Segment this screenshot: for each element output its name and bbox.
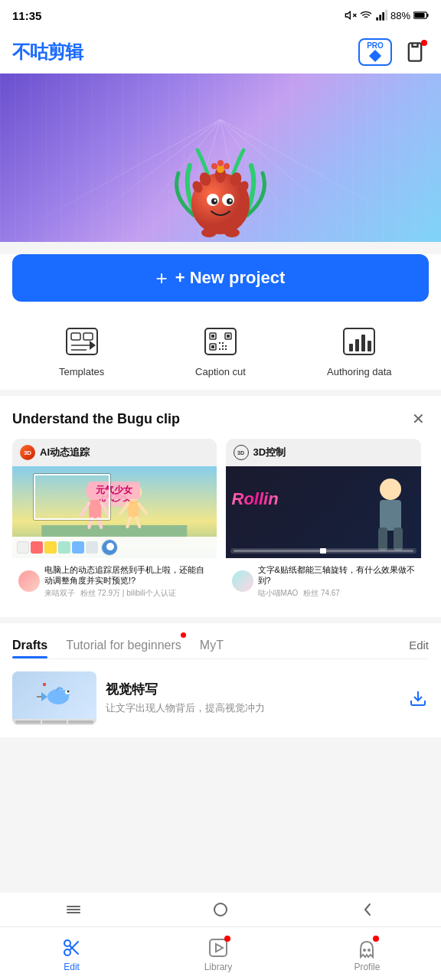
- hero-character: [175, 119, 266, 242]
- nav-edit-label: Edit: [64, 962, 80, 972]
- status-bar: 11:35 88%: [0, 0, 441, 31]
- tabs-edit-button[interactable]: Edit: [409, 639, 429, 652]
- svg-point-29: [214, 200, 217, 202]
- card-author-name-ai: 来咭双子: [44, 589, 75, 597]
- draft-download-button[interactable]: [407, 688, 429, 709]
- draft-item[interactable]: 视觉特写 让文字出现人物背后，提高视觉冲力: [12, 659, 429, 737]
- tabs-section: Drafts Tutorial for beginners MyT Edit: [0, 623, 441, 737]
- status-time: 11:35: [12, 9, 41, 22]
- svg-rect-61: [368, 341, 371, 351]
- svg-point-30: [230, 200, 232, 202]
- feature-card-3d[interactable]: 3D 3D控制 Rollin: [226, 439, 422, 605]
- svg-rect-53: [225, 345, 227, 347]
- svg-point-35: [224, 163, 230, 169]
- action-templates[interactable]: Templates: [12, 323, 151, 377]
- bottom-nav: Edit Library Profile: [0, 926, 441, 980]
- svg-rect-91: [214, 903, 227, 916]
- swatch-gray: [86, 541, 98, 554]
- draft-thumb-top: [12, 671, 96, 719]
- swatch-yellow: [44, 541, 57, 554]
- svg-rect-7: [414, 13, 424, 18]
- svg-rect-51: [222, 342, 224, 344]
- new-project-button[interactable]: + + New project: [12, 254, 429, 302]
- svg-point-31: [201, 228, 217, 237]
- draft-info: 视觉特写 让文字出现人物背后，提高视觉冲力: [106, 681, 398, 715]
- feature-card-ai[interactable]: 3D AI动态追踪: [12, 439, 217, 605]
- new-project-label: + New project: [175, 268, 286, 288]
- nav-profile-label: Profile: [354, 962, 380, 972]
- svg-line-94: [70, 946, 78, 954]
- svg-rect-62: [41, 525, 187, 537]
- card-tag-icon-3d: 3D: [234, 445, 249, 460]
- content-wrapper: + + New project Templates: [0, 74, 441, 829]
- svg-rect-54: [219, 348, 220, 350]
- action-authoring-data[interactable]: Authoring data: [290, 323, 429, 377]
- caption-cut-icon-box: [199, 323, 242, 360]
- draft-thumbnail-inner: [12, 671, 96, 725]
- svg-rect-4: [382, 12, 384, 21]
- svg-rect-59: [355, 339, 359, 351]
- draft-line-3: [68, 720, 93, 724]
- nav-profile[interactable]: Profile: [354, 937, 380, 972]
- nav-edit[interactable]: Edit: [61, 937, 83, 972]
- tab-myt[interactable]: MyT: [200, 632, 224, 658]
- home-icon: [212, 901, 229, 918]
- feature-cards-row: 3D AI动态追踪: [12, 439, 429, 605]
- authoring-data-icon: [342, 327, 376, 356]
- svg-rect-39: [83, 333, 93, 340]
- card-text-ai: 电脑上的动态追踪居然到手机上啦，还能自动调整角度并实时预览!? 来咭双子 粉丝 …: [44, 564, 211, 599]
- battery-text: 88%: [390, 10, 410, 21]
- draft-title: 视觉特写: [106, 681, 398, 698]
- tab-tutorial-label: Tutorial for beginners: [66, 639, 181, 652]
- draft-thumbnail: [12, 671, 96, 725]
- card-image-3d: Rollin: [226, 466, 422, 558]
- card-info-3d: 文字&贴纸都能三轴旋转，有什么效果做不到? 哒小喵MAO 粉丝 74.67: [226, 558, 422, 605]
- close-button[interactable]: ✕: [407, 408, 429, 430]
- svg-rect-70: [128, 501, 139, 518]
- signal-icon: [375, 9, 387, 21]
- svg-rect-37: [67, 328, 97, 354]
- tab-tutorial[interactable]: Tutorial for beginners: [66, 632, 181, 658]
- templates-icon: [65, 327, 99, 356]
- tabs-edit-label: Edit: [409, 639, 429, 652]
- understand-title: Understand the Bugu clip: [12, 411, 180, 427]
- svg-line-71: [120, 504, 128, 514]
- svg-rect-8: [427, 14, 429, 17]
- sys-nav-home[interactable]: [205, 894, 236, 925]
- app-header: 不咕剪辑 PRO: [0, 31, 441, 74]
- svg-point-34: [217, 160, 224, 166]
- svg-rect-78: [380, 500, 401, 531]
- card-fans-3d: 粉丝 74.67: [303, 589, 340, 597]
- swatch-none: [17, 541, 29, 554]
- tab-drafts[interactable]: Drafts: [12, 632, 47, 658]
- svg-point-33: [217, 165, 224, 173]
- header-icons: PRO: [358, 38, 429, 66]
- sys-nav-recent[interactable]: [58, 894, 89, 925]
- svg-line-95: [70, 942, 78, 950]
- card-platform-ai: bilibili个人认证: [126, 589, 175, 597]
- card-meta-ai: 来咭双子 粉丝 72.9万 | bilibili个人认证: [44, 588, 211, 599]
- tab-drafts-label: Drafts: [12, 639, 47, 652]
- pro-text: PRO: [367, 42, 384, 50]
- nav-library[interactable]: Library: [204, 937, 233, 972]
- svg-rect-43: [205, 328, 236, 354]
- pro-badge[interactable]: PRO: [358, 38, 392, 66]
- svg-point-76: [106, 543, 114, 550]
- svg-point-86: [67, 690, 70, 692]
- sys-nav-back[interactable]: [352, 894, 383, 925]
- card-author-row-3d: 文字&贴纸都能三轴旋转，有什么效果做不到? 哒小喵MAO 粉丝 74.67: [232, 564, 416, 599]
- profile-notification-dot: [373, 936, 379, 942]
- svg-rect-56: [225, 348, 227, 350]
- card-tag-text-3d: 3D控制: [253, 446, 286, 459]
- tab-myt-label: MyT: [200, 639, 224, 652]
- slider-bar: [230, 548, 417, 554]
- draft-subtitle: 让文字出现人物背后，提高视觉冲力: [106, 701, 398, 715]
- download-icon: [409, 689, 427, 707]
- card-author-row-ai: 电脑上的动态追踪居然到手机上啦，还能自动调整角度并实时预览!? 来咭双子 粉丝 …: [18, 564, 211, 599]
- notification-icon[interactable]: [401, 38, 429, 66]
- understand-header: Understand the Bugu clip ✕: [12, 408, 429, 430]
- swatch-red: [31, 541, 43, 554]
- card-text-3d: 文字&贴纸都能三轴旋转，有什么效果做不到? 哒小喵MAO 粉丝 74.67: [258, 564, 416, 599]
- selection-box: [34, 474, 110, 520]
- action-caption-cut[interactable]: Caption cut: [151, 323, 289, 377]
